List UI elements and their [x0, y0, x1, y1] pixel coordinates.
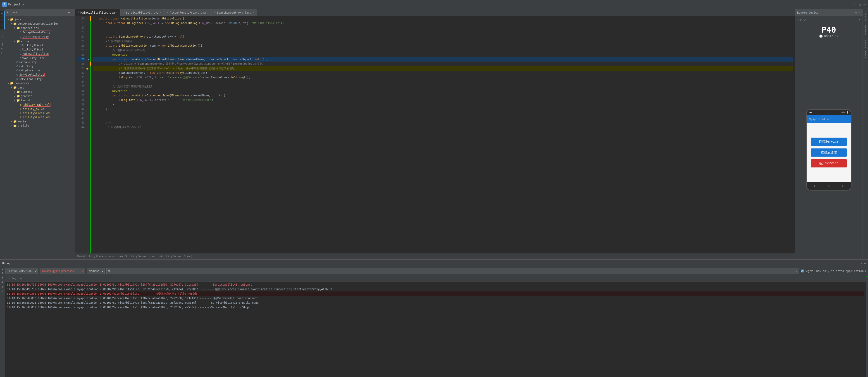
tree-item-myapplication[interactable]: C MyApplication — [5, 68, 75, 72]
hilog-icon-4[interactable]: ≡ — [2, 290, 3, 293]
hilog-icon-1[interactable]: ▼ — [2, 276, 3, 279]
folder-java-icon: 📁 — [10, 18, 13, 21]
tree-item-mainabilityslice[interactable]: C MainAbilitySlice — [5, 52, 75, 56]
remote-close-icon[interactable]: ✕ — [859, 11, 860, 14]
sidebar-gear-icon[interactable]: ⚙ — [68, 11, 70, 14]
tab-close-2[interactable]: ✕ — [160, 11, 161, 14]
tree-item-base[interactable]: ▼ 📁 base — [5, 85, 75, 90]
tree-item-myability[interactable]: C MyAbility — [5, 64, 75, 68]
tree-item-abilityslice2[interactable]: C AbilitySlice2 — [5, 48, 75, 52]
bottom-settings-icon[interactable]: ⚙ — [861, 262, 862, 265]
hilog-tab-label: hilog — [9, 277, 16, 280]
folder-graphic-icon: 📁 — [16, 94, 20, 98]
tab-label-3: AcceptRemoteProxy.java — [170, 11, 206, 14]
minimize-btn[interactable]: — — [864, 2, 866, 6]
hilog-icon-3[interactable]: ↕ — [2, 285, 3, 288]
gradle-tab[interactable]: Gradle — [864, 11, 867, 23]
tab-accept-remote-proxy[interactable]: C AcceptRemoteProxy.java ✕ — [164, 9, 212, 16]
phone-btn-connect-service[interactable]: 连接Service — [811, 137, 847, 146]
tree-item-media[interactable]: ▶ 📁 media — [5, 119, 75, 124]
tree-item-ability-my-xml[interactable]: 🗎 ability_my.xml — [5, 107, 75, 111]
phone-nav-recent[interactable]: □ — [843, 184, 844, 187]
code-line-21: static final HilogLabel LOG_LABEL = new … — [93, 21, 793, 25]
tree-item-connections[interactable]: ▼ 📁 connections — [5, 26, 75, 30]
log-content[interactable]: 01-10 15:16:49.733 16076-16076/com.examp… — [5, 282, 866, 377]
code-line-44: * 启动本地设备的Service — [93, 125, 793, 129]
sidebar-close-icon[interactable]: — — [71, 11, 73, 14]
tree-item-serviceability1[interactable]: C ServiceAbility1 — [5, 72, 75, 77]
code-editor[interactable]: 20 21 22 23 24 25 26 27 28 29 30 31 32 3… — [75, 16, 795, 253]
log-entry-6: 01-10 15:16:58.012 16076-16076/com.examp… — [7, 305, 864, 310]
phone-nav-back[interactable]: ◁ — [813, 184, 815, 187]
tree-item-slice[interactable]: ▼ 📁 slice — [5, 39, 75, 43]
device-back-icon[interactable]: ◁ — [797, 18, 799, 21]
ln-23: 23 — [77, 30, 85, 34]
code-area[interactable]: public class MainAbilitySlice extends Ab… — [91, 16, 795, 253]
title-dropdown-icon[interactable]: ▼ — [23, 3, 25, 6]
tree-item-layout[interactable]: ▼ 📁 layout — [5, 98, 75, 102]
tree-label-serviceability1: ServiceAbility1 — [19, 73, 44, 76]
tree-item-java[interactable]: ▼ 📁 java — [5, 17, 75, 22]
remote-settings-icon[interactable]: ⚙ — [855, 11, 857, 14]
toolbar-down-icon[interactable]: ▼ — [2, 271, 3, 275]
hilog-icon-2[interactable]: ■ — [2, 281, 3, 284]
arrow-layout: ▼ — [13, 99, 16, 102]
bottom-minimize-icon[interactable]: — — [864, 262, 866, 265]
tree-item-mainability[interactable]: C MainAbility — [5, 60, 75, 64]
process-selector[interactable]: No debuggable processes — [40, 268, 85, 274]
tree-item-startremoteproxy[interactable]: C StartRemoteProxy — [5, 35, 75, 39]
phone-btn-communicate-label: 连接后通信 — [821, 151, 837, 155]
tab-close-3[interactable]: ✕ — [207, 11, 209, 14]
remote-device-vtab[interactable]: Remote Device — [864, 38, 867, 60]
settings-icon[interactable]: ⚙ — [859, 3, 861, 6]
tree-item-element[interactable]: ▶ 📁 element — [5, 90, 75, 94]
hilog-tab-main[interactable]: hilog — [7, 276, 18, 281]
arrow-media: ▶ — [10, 120, 13, 123]
tree-item-abilityslice1[interactable]: C AbilitySlice1 — [5, 43, 75, 48]
tab-close-4[interactable]: ✕ — [252, 11, 254, 14]
device-selector[interactable]: HUAWEI ANA-AN00 — [5, 268, 38, 274]
project-tab[interactable]: 1: Project — [0, 11, 5, 29]
device-rotate-icon[interactable]: ↺ — [804, 18, 806, 21]
tab-main-ability-slice[interactable]: C MainAbilitySlice.java ✕ — [75, 9, 121, 16]
tree-item-abilityslice2-xml[interactable]: 🗎 abilitySlice2.xml — [5, 115, 75, 119]
code-line-43: /** — [93, 120, 793, 125]
tree-item-myabilityslice[interactable]: C MyAbilitySlice — [5, 56, 75, 60]
previewer-tab[interactable]: Previewer — [864, 23, 867, 38]
arrow-empty-6 — [16, 57, 20, 60]
arrow-empty-5 — [16, 53, 20, 55]
tree-label-profile: profile — [18, 124, 29, 127]
tree-label-abilityslice2: AbilitySlice2 — [22, 48, 43, 51]
show-selected-dropdown-icon[interactable]: ▼ — [865, 270, 866, 273]
expand-icon[interactable]: ⛶ — [854, 3, 857, 6]
phone-btn-disconnect[interactable]: 断开Service — [811, 159, 847, 167]
tree-item-resources[interactable]: ▼ 📁 resources — [5, 81, 75, 85]
tree-item-abilityslice1-xml[interactable]: 🗎 abilitySlice1.xml — [5, 111, 75, 115]
search-clear-icon[interactable]: ✕ — [795, 269, 797, 273]
tab-start-remote-proxy[interactable]: C StartRemoteProxy.java ✕ — [212, 9, 257, 16]
device-forward-icon[interactable]: ▷ — [800, 18, 802, 21]
editor-area: C MainAbilitySlice.java ✕ C ServiceAbili… — [75, 9, 795, 259]
ln-35: 35 — [77, 84, 85, 89]
log-search-input[interactable] — [112, 269, 795, 274]
breadcrumb-1: MainAbilitySlice — [78, 255, 104, 258]
tree-item-acceptremoteproxy[interactable]: C AcceptRemoteProxy — [5, 30, 75, 35]
phone-nav-home[interactable]: ○ — [828, 184, 830, 187]
tree-label-ability-my-xml: ability_my.xml — [23, 107, 46, 111]
structure-tab[interactable]: 2: Structure — [0, 34, 4, 56]
tree-item-com[interactable]: ▼ 📁 com.example.myapplication — [5, 22, 75, 26]
device-close2-icon[interactable]: ✕ — [859, 18, 860, 21]
arrow-graphic: ▶ — [13, 95, 16, 97]
phone-btn-communicate[interactable]: 连接后通信 — [811, 149, 847, 157]
tab-close-1[interactable]: ✕ — [116, 11, 118, 14]
hilog-tab-icon[interactable]: ⊕ — [20, 277, 22, 280]
tree-item-serviceability2[interactable]: C ServiceAbility2 — [5, 77, 75, 81]
regex-checkbox[interactable] — [801, 270, 804, 273]
toolbar-up-icon[interactable]: ▲ — [2, 268, 3, 271]
tree-item-ability-main-xml[interactable]: 🗎 ability_main.xml — [5, 102, 75, 107]
tree-item-graphic[interactable]: ▶ 📁 graphic — [5, 94, 75, 98]
breadcrumb-2: conn — [107, 255, 114, 258]
tab-service-ability1[interactable]: C ServiceAbility1.java ✕ — [121, 9, 164, 16]
log-level-selector[interactable]: Verbose — [87, 268, 104, 274]
tree-item-profile[interactable]: ▶ 📁 profile — [5, 124, 75, 128]
